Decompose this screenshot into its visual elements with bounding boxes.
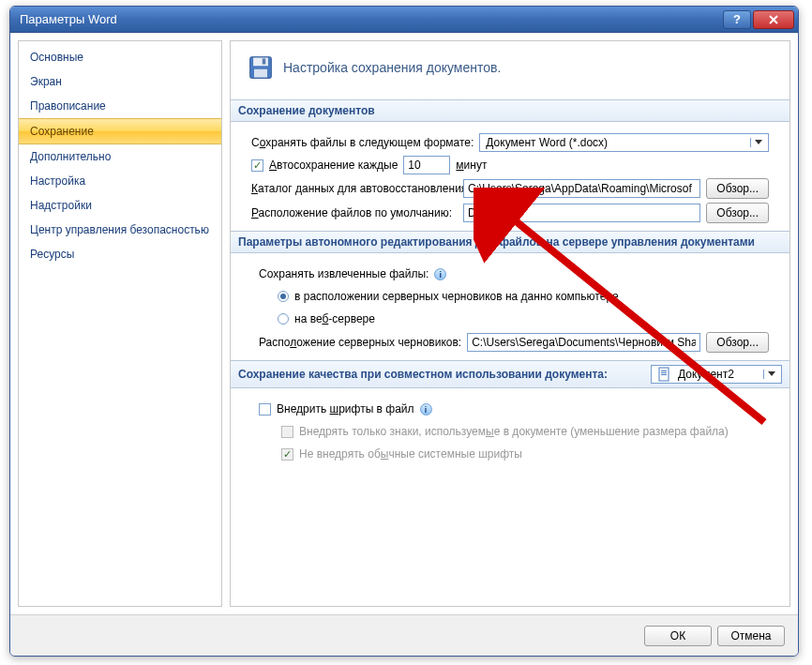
autorecovery-label: Каталог данных для автовосстановления: xyxy=(251,182,458,195)
no-system-fonts-checkbox xyxy=(281,448,293,461)
section-fidelity: Сохранение качества при совместном испол… xyxy=(231,360,789,388)
embed-subset-checkbox xyxy=(281,426,293,438)
svg-rect-3 xyxy=(263,58,266,64)
category-sidebar: Основные Экран Правописание Сохранение Д… xyxy=(18,40,222,607)
save-format-select[interactable]: Документ Word (*.docx) xyxy=(479,133,769,152)
sidebar-item-customize[interactable]: Настройка xyxy=(19,169,221,193)
sidebar-item-save[interactable]: Сохранение xyxy=(19,118,221,144)
info-icon[interactable]: i xyxy=(434,268,446,280)
chevron-down-icon xyxy=(750,138,766,147)
main-panel: Настройка сохранения документов. Сохране… xyxy=(230,40,790,607)
embed-subset-label: Внедрять только знаки, используемые в до… xyxy=(299,425,729,438)
sidebar-item-general[interactable]: Основные xyxy=(19,45,221,69)
default-location-browse-button[interactable]: Обзор... xyxy=(706,203,769,223)
window-title: Параметры Word xyxy=(20,12,721,26)
sidebar-item-display[interactable]: Экран xyxy=(19,69,221,94)
svg-rect-6 xyxy=(661,372,667,373)
autorecovery-path-input[interactable] xyxy=(463,179,700,198)
svg-rect-5 xyxy=(661,370,667,371)
save-icon xyxy=(248,54,274,81)
autosave-minutes-input[interactable] xyxy=(403,156,450,174)
sidebar-item-resources[interactable]: Ресурсы xyxy=(19,242,221,266)
no-system-fonts-label: Не внедрять обычные системные шрифты xyxy=(299,447,522,461)
autosave-checkbox[interactable] xyxy=(251,159,263,172)
page-title: Настройка сохранения документов. xyxy=(283,60,501,75)
close-button[interactable] xyxy=(753,10,794,29)
help-button[interactable]: ? xyxy=(723,10,751,29)
document-icon xyxy=(657,367,672,382)
fidelity-document-select[interactable]: Документ2 xyxy=(651,365,782,384)
default-location-label: Расположение файлов по умолчанию: xyxy=(251,206,458,219)
extracted-files-label: Сохранять извлеченные файлы: xyxy=(259,267,429,280)
close-icon xyxy=(769,15,778,24)
titlebar[interactable]: Параметры Word ? xyxy=(10,7,798,33)
server-drafts-input[interactable] xyxy=(467,333,700,352)
ok-button[interactable]: ОК xyxy=(644,626,712,646)
save-format-label: Сохранять файлы в следующем формате: xyxy=(251,136,474,149)
autosave-label: Автосохранение каждые xyxy=(269,159,398,172)
embed-fonts-label: Внедрить шрифты в файл xyxy=(277,402,414,416)
autorecovery-browse-button[interactable]: Обзор... xyxy=(706,178,769,199)
drafts-local-radio[interactable] xyxy=(278,291,289,302)
sidebar-item-addins[interactable]: Надстройки xyxy=(19,193,221,218)
drafts-server-label: на веб-сервере xyxy=(294,312,375,325)
section-save-documents: Сохранение документов xyxy=(231,99,789,122)
svg-rect-2 xyxy=(254,69,267,78)
dialog-footer: ОК Отмена xyxy=(10,614,798,656)
drafts-local-label: в расположении серверных черновиков на д… xyxy=(294,290,619,303)
sidebar-item-trustcenter[interactable]: Центр управления безопасностью xyxy=(19,218,221,242)
embed-fonts-checkbox[interactable] xyxy=(259,403,271,416)
server-drafts-label: Расположение серверных черновиков: xyxy=(259,336,461,349)
save-format-value: Документ Word (*.docx) xyxy=(486,136,744,149)
section-offline-editing: Параметры автономного редактирования для… xyxy=(231,231,789,253)
sidebar-item-proofing[interactable]: Правописание xyxy=(19,94,221,118)
info-icon[interactable]: i xyxy=(420,403,432,416)
svg-rect-1 xyxy=(253,58,268,67)
drafts-server-radio[interactable] xyxy=(278,313,289,325)
server-drafts-browse-button[interactable]: Обзор... xyxy=(706,332,769,353)
chevron-down-icon xyxy=(763,370,779,379)
options-dialog: Параметры Word ? Основные Экран Правопис… xyxy=(9,6,799,657)
svg-rect-7 xyxy=(661,374,667,375)
default-location-input[interactable] xyxy=(463,204,700,222)
autosave-unit: минут xyxy=(456,159,487,172)
cancel-button[interactable]: Отмена xyxy=(717,626,785,646)
page-header: Настройка сохранения документов. xyxy=(244,51,776,94)
sidebar-item-advanced[interactable]: Дополнительно xyxy=(19,144,221,169)
